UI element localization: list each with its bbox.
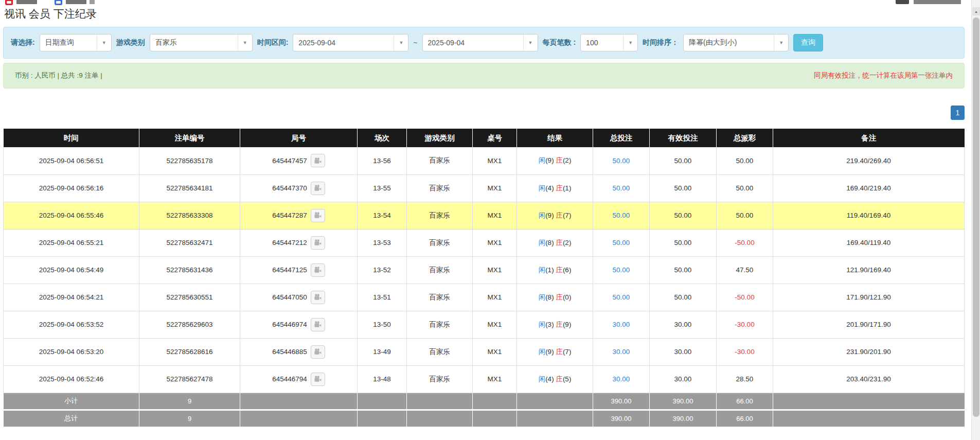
video-replay-button[interactable]	[311, 209, 325, 222]
total-bet-link[interactable]: 50.00	[613, 239, 630, 247]
cell-round: 645447125	[240, 256, 358, 284]
cell-table: MX1	[473, 256, 517, 284]
result-banker-label: 庄	[556, 348, 563, 356]
total-bet-link[interactable]: 30.00	[613, 321, 630, 328]
page-size-select[interactable]: 100 ▼	[580, 34, 638, 51]
total-bet-link[interactable]: 30.00	[613, 348, 630, 356]
result-player-value: (9)	[545, 212, 556, 219]
cell-round: 645446885	[240, 338, 358, 365]
video-replay-button[interactable]	[311, 154, 325, 167]
cell-remark: 219.40/269.40	[773, 147, 965, 174]
result-player-value: (3)	[545, 321, 556, 328]
scroll-up-arrow-icon[interactable]: ▲	[972, 7, 980, 15]
subtotal-valid-bet: 390.00	[650, 393, 717, 410]
date-to-select[interactable]: 2025-09-04 ▼	[422, 34, 538, 51]
cell-valid-bet: 30.00	[650, 365, 717, 393]
cell-game: 百家乐	[407, 174, 473, 202]
cell-round: 645447370	[240, 174, 358, 202]
video-replay-button[interactable]	[311, 345, 325, 359]
cell-bet-id: 522785635178	[139, 147, 240, 174]
result-banker-value: (5)	[563, 375, 572, 383]
cell-session: 13-50	[358, 311, 407, 338]
video-replay-button[interactable]	[311, 373, 325, 386]
cell-valid-bet: 50.00	[650, 256, 717, 284]
game-type-select[interactable]: 百家乐 ▼	[150, 34, 253, 51]
date-from-select[interactable]: 2025-09-04 ▼	[293, 34, 408, 51]
cell-table: MX1	[473, 147, 517, 174]
valid-bet-notice: 同局有效投注，统一计算在该局第一张注单内	[814, 71, 953, 80]
total-bet-link[interactable]: 50.00	[613, 157, 630, 165]
time-sort-label: 时间排序：	[643, 38, 679, 47]
table-row: 2025-09-04 06:55:46522785633308645447287…	[4, 202, 965, 229]
vertical-scrollbar[interactable]: ▲	[971, 0, 980, 440]
time-sort-select[interactable]: 降幂(由大到小) ▼	[683, 34, 789, 51]
cutoff-nav-text[interactable]	[16, 0, 37, 4]
video-replay-button[interactable]	[311, 263, 325, 277]
page-title: 视讯 会员 下注纪录	[4, 7, 965, 21]
cell-payout: 50.00	[717, 174, 773, 202]
result-banker-value: (7)	[563, 348, 572, 356]
game-type-value: 百家乐	[150, 38, 238, 47]
blue-app-icon[interactable]	[55, 0, 62, 5]
total-result	[517, 410, 593, 427]
video-replay-button[interactable]	[311, 182, 325, 195]
cell-round: 645447457	[240, 147, 358, 174]
cell-remark: 171.90/121.90	[773, 284, 965, 311]
video-replay-button[interactable]	[311, 291, 325, 304]
bet-records-table: 时间注单编号局号场次游戏类别桌号结果总投注有效投注总派彩备注 2025-09-0…	[3, 129, 965, 427]
query-type-select[interactable]: 日期查询 ▼	[40, 34, 112, 51]
cell-remark: 121.90/169.40	[773, 256, 965, 284]
result-banker-label: 庄	[556, 321, 563, 328]
query-type-value: 日期查询	[40, 38, 97, 47]
cell-table: MX1	[473, 284, 517, 311]
search-button[interactable]: 查询	[793, 34, 823, 51]
red-app-icon[interactable]	[5, 0, 13, 5]
video-replay-button[interactable]	[311, 236, 325, 250]
result-banker-label: 庄	[556, 239, 563, 247]
round-number: 645447287	[272, 212, 307, 219]
result-banker-label: 庄	[556, 184, 563, 192]
page-button-1[interactable]: 1	[951, 105, 965, 120]
game-type-label: 游戏类别	[116, 38, 145, 47]
page-size-label: 每页笔数 :	[543, 38, 576, 47]
cutoff-right-text[interactable]	[914, 0, 961, 4]
total-bet-link[interactable]: 50.00	[613, 293, 630, 301]
cell-total-bet: 50.00	[593, 147, 650, 174]
result-banker-value: (1)	[563, 184, 572, 192]
cutoff-nav-text[interactable]	[66, 0, 86, 4]
result-player-value: (9)	[545, 156, 556, 164]
subtotal-session	[358, 393, 407, 410]
cell-session: 13-54	[358, 202, 407, 229]
result-player-label: 闲	[539, 293, 546, 301]
round-number: 645447370	[272, 184, 307, 192]
cutoff-right-icon[interactable]	[896, 0, 909, 4]
chevron-down-icon: ▼	[774, 34, 788, 51]
chevron-down-icon[interactable]	[90, 0, 95, 4]
video-replay-icon	[314, 157, 322, 165]
date-to-value: 2025-09-04	[423, 39, 523, 47]
total-bet-link[interactable]: 30.00	[613, 375, 630, 383]
cell-payout: 50.00	[717, 147, 773, 174]
cell-session: 13-51	[358, 284, 407, 311]
table-row: 2025-09-04 06:55:21522785632471645447212…	[4, 229, 965, 256]
subtotal-table	[473, 393, 517, 410]
total-label: 总计	[4, 410, 139, 427]
cell-result: 闲(8) 庄(2)	[517, 229, 593, 256]
cell-time: 2025-09-04 06:53:52	[4, 311, 139, 338]
cell-bet-id: 522785632471	[139, 229, 240, 256]
video-replay-button[interactable]	[311, 318, 325, 331]
time-range-label: 时间区间:	[257, 38, 289, 47]
result-banker-value: (0)	[563, 293, 572, 301]
total-bet-link[interactable]: 50.00	[613, 212, 630, 219]
total-bet-link[interactable]: 50.00	[613, 266, 630, 274]
scrollbar-thumb[interactable]	[973, 17, 979, 417]
query-type-label: 请选择:	[11, 38, 35, 47]
video-replay-icon	[314, 212, 322, 219]
total-bet-link[interactable]: 50.00	[613, 184, 630, 192]
cell-table: MX1	[473, 365, 517, 393]
currency-total-text: 币别 : 人民币 | 总共 :9 注单 |	[15, 71, 102, 80]
cell-total-bet: 50.00	[593, 202, 650, 229]
chevron-down-icon: ▼	[523, 34, 538, 51]
result-banker-label: 庄	[556, 212, 563, 219]
subtotal-payout: 66.00	[717, 393, 773, 410]
